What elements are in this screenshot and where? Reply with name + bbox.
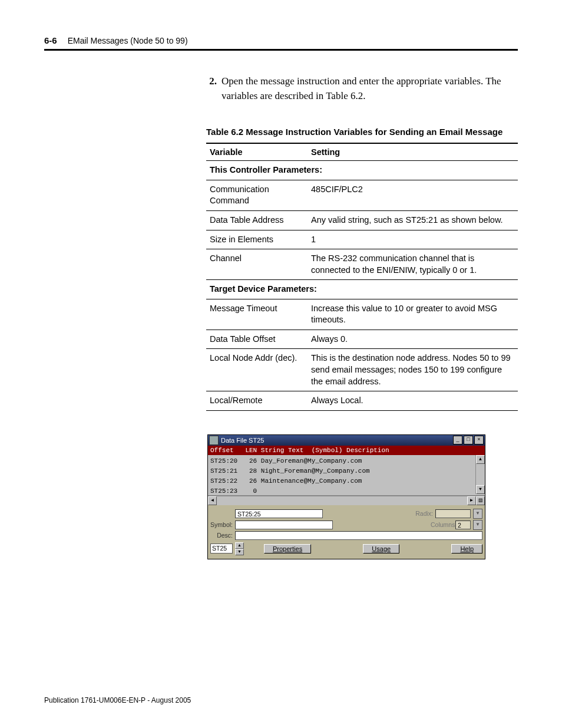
data-grid[interactable]: ST25:20 26 Day_Foreman@My_Company.com ST… xyxy=(208,455,485,496)
file-field[interactable]: ST25 xyxy=(210,543,233,554)
close-button[interactable]: × xyxy=(474,436,484,444)
variables-table: Variable Setting This Controller Paramet… xyxy=(206,143,518,410)
publication-footer: Publication 1761-UM006E-EN-P - August 20… xyxy=(44,696,191,704)
scroll-left-icon[interactable]: ◄ xyxy=(208,496,217,505)
scroll-up-icon[interactable]: ▲ xyxy=(476,455,485,464)
data-file-window: Data File ST25 _ □ × Offset LEN String T… xyxy=(207,434,485,559)
list-item[interactable]: ST25:20 26 Day_Foreman@My_Company.com xyxy=(210,456,485,466)
columns-label: Columns: xyxy=(431,521,453,528)
chevron-down-icon[interactable]: ▼ xyxy=(473,509,482,519)
help-button[interactable]: Help xyxy=(451,544,482,554)
column-headers: Offset LEN String Text (Symbol) Descript… xyxy=(208,446,485,455)
desc-label: Desc: xyxy=(210,532,233,539)
scroll-down-icon[interactable]: ▼ xyxy=(476,485,485,494)
chevron-down-icon[interactable]: ▼ xyxy=(473,520,482,530)
th-setting: Setting xyxy=(308,143,518,161)
file-up-icon[interactable]: ▲ xyxy=(235,542,244,549)
properties-button[interactable]: Properties xyxy=(264,544,311,554)
table-row: Data Table AddressAny valid string, such… xyxy=(206,210,518,230)
usage-button[interactable]: Usage xyxy=(363,544,399,554)
symbol-field[interactable] xyxy=(235,521,333,529)
horizontal-scrollbar[interactable]: ◄ ► ▧ xyxy=(208,496,485,505)
minimize-button[interactable]: _ xyxy=(453,436,462,444)
columns-field[interactable]: 2 xyxy=(455,521,471,529)
step-2: 2. Open the message instruction and ente… xyxy=(206,74,518,103)
radix-select[interactable] xyxy=(435,509,471,518)
titlebar[interactable]: Data File ST25 _ □ × xyxy=(208,435,485,446)
th-variable: Variable xyxy=(206,143,308,161)
symbol-label: Symbol: xyxy=(210,521,233,528)
page-number: 6-6 xyxy=(44,35,57,45)
maximize-button[interactable]: □ xyxy=(464,436,473,444)
table-row: Communication Command485CIF/PLC2 xyxy=(206,180,518,210)
file-down-icon[interactable]: ▼ xyxy=(235,549,244,555)
table-caption: Table 6.2 Message Instruction Variables … xyxy=(206,127,518,137)
table-row: Message TimeoutIncrease this value to 10… xyxy=(206,299,518,330)
list-item[interactable]: ST25:23 0 xyxy=(210,486,485,496)
list-item[interactable]: ST25:22 26 Maintenance@My_Company.com xyxy=(210,476,485,486)
step-text: Open the message instruction and enter t… xyxy=(222,74,518,103)
table-row: Local/RemoteAlways Local. xyxy=(206,391,518,411)
scroll-right-icon[interactable]: ► xyxy=(467,496,476,505)
page-header-title: EMail Messages (Node 50 to 99) xyxy=(68,36,188,45)
step-number: 2. xyxy=(206,74,217,103)
app-icon xyxy=(209,436,219,445)
resize-grip-icon[interactable]: ▧ xyxy=(476,496,485,505)
radix-label: Radix: xyxy=(411,510,433,517)
table-row: ChannelThe RS-232 communication channel … xyxy=(206,249,518,280)
header-rule xyxy=(44,49,518,51)
desc-field[interactable] xyxy=(235,531,482,540)
table-row: Local Node Addr (dec).This is the destin… xyxy=(206,349,518,391)
list-item[interactable]: ST25:21 28 Night_Foreman@My_Company.com xyxy=(210,466,485,476)
table-row: Size in Elements1 xyxy=(206,230,518,249)
vertical-scrollbar[interactable]: ▲ ▼ xyxy=(475,455,485,494)
address-field[interactable]: ST25:25 xyxy=(235,509,323,518)
section-controller: This Controller Parameters: xyxy=(206,161,518,180)
section-target: Target Device Parameters: xyxy=(206,280,518,299)
table-row: Data Table OffsetAlways 0. xyxy=(206,330,518,349)
window-title: Data File ST25 xyxy=(221,437,453,444)
